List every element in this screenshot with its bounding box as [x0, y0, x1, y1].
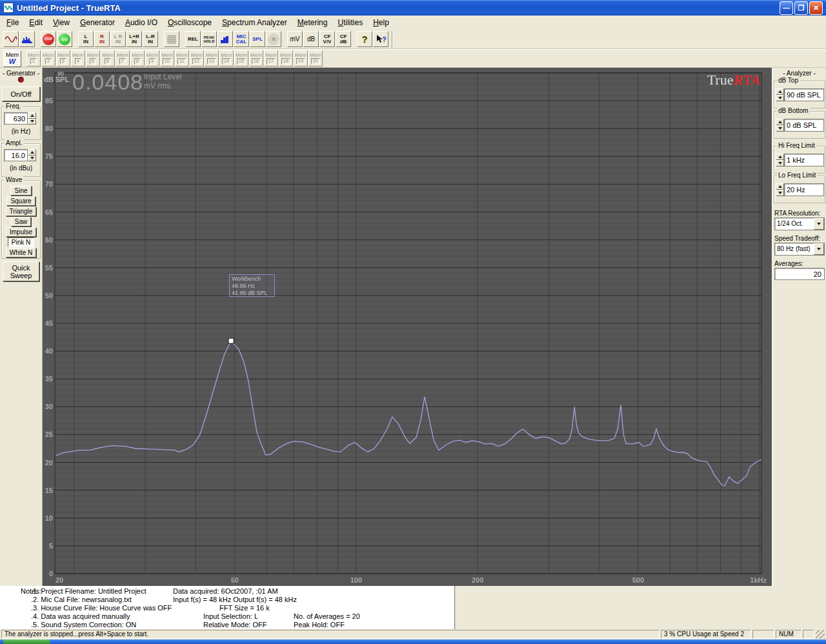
- help-button[interactable]: ?: [357, 31, 372, 47]
- menu-audio-i-o[interactable]: Audio I/O: [120, 16, 163, 29]
- svg-text:75: 75: [45, 152, 53, 160]
- maximize-button[interactable]: ❐: [794, 1, 808, 15]
- db-top-up-button[interactable]: [776, 88, 784, 95]
- rta-resolution-dropdown[interactable]: 1/24 Oct.: [774, 217, 825, 230]
- stop-button[interactable]: STOP: [41, 31, 56, 47]
- db-bottom-group: dB Bottom0 dB SPL: [774, 111, 825, 139]
- db-units-button[interactable]: dB: [303, 31, 319, 47]
- minimize-button[interactable]: —: [780, 1, 793, 15]
- memory-11-button: Mem11: [175, 50, 189, 66]
- help-icon: ?: [362, 34, 368, 45]
- lo-freq-limit-up-button[interactable]: [776, 183, 784, 190]
- frequency-group: Freq. 630 (in Hz): [1, 106, 41, 140]
- amplitude-down-button[interactable]: [28, 156, 36, 162]
- db-bottom-up-button[interactable]: [776, 119, 784, 125]
- spectrum-analyzer-view-button[interactable]: [19, 31, 35, 47]
- db-top-group: dB Top90 dB SPL: [774, 81, 825, 108]
- db-top-down-button[interactable]: [776, 95, 784, 101]
- num-lock-indicator: NUM: [776, 630, 801, 639]
- svg-text:80: 80: [45, 125, 53, 132]
- chevron-down-icon[interactable]: [814, 218, 824, 230]
- menu-utilities[interactable]: Utilities: [332, 16, 368, 29]
- wave-impulse-button[interactable]: Impulse: [6, 227, 36, 237]
- menu-file[interactable]: File: [1, 16, 24, 29]
- memory-6-button: Mem6: [101, 50, 115, 66]
- peak-hold-button[interactable]: PEAKHOLD: [201, 31, 217, 47]
- generator-panel-title: - Generator -: [0, 70, 42, 77]
- sum-input-button[interactable]: L+RIN: [126, 31, 142, 47]
- memory-17-button: Mem17: [264, 50, 278, 66]
- frequency-down-button[interactable]: [28, 119, 36, 125]
- cancel-icon: ✕: [268, 34, 279, 45]
- generator-onoff-button[interactable]: On/Off: [2, 86, 40, 101]
- stereo-input-button: L RIN: [110, 31, 126, 47]
- spl-button[interactable]: SPL: [250, 31, 265, 47]
- menu-help[interactable]: Help: [368, 16, 394, 29]
- menu-spectrum-analyzer[interactable]: Spectrum Analyzer: [217, 16, 292, 29]
- menu-metering[interactable]: Metering: [292, 16, 333, 29]
- menu-generator[interactable]: Generator: [75, 16, 120, 29]
- svg-text:50: 50: [231, 576, 239, 584]
- frequency-input[interactable]: 630: [4, 112, 28, 125]
- chart-region: 051015202530354045505560657075808590dB S…: [43, 68, 772, 586]
- frequency-up-button[interactable]: [28, 112, 36, 119]
- memory-working-button[interactable]: Mem W: [3, 50, 21, 67]
- truerta-logo: TrueRTA: [707, 72, 760, 88]
- window-title: Untitled Project - TrueRTA: [17, 3, 778, 13]
- bar-display-button[interactable]: [217, 31, 233, 47]
- diff-input-button[interactable]: L-RIN: [143, 31, 158, 47]
- crest-factor-vv-button[interactable]: CFV/V: [319, 31, 335, 47]
- millivolt-units-button[interactable]: mV: [287, 31, 303, 47]
- wave-sine-button[interactable]: Sine: [10, 186, 31, 196]
- status-spacer: [803, 630, 814, 639]
- speed-tradeoff-dropdown[interactable]: 80 Hz (fast): [774, 243, 825, 256]
- menu-edit[interactable]: Edit: [24, 16, 48, 29]
- relative-mode-button[interactable]: REL: [185, 31, 201, 47]
- db-bottom-input[interactable]: 0 dB SPL: [784, 119, 824, 132]
- start-button[interactable]: [3, 639, 50, 644]
- menu-oscilloscope[interactable]: Oscilloscope: [163, 16, 217, 29]
- wave-group: Wave SineSquareTriangleSawImpulsePink NW…: [1, 180, 41, 259]
- cpu-usage-indicator: 3 % CPU Usage at Speed 2: [661, 630, 751, 639]
- amplitude-up-button[interactable]: [28, 149, 36, 156]
- resize-grip[interactable]: [816, 630, 825, 639]
- go-button[interactable]: GO: [57, 31, 72, 47]
- quick-sweep-button[interactable]: Quick Sweep: [3, 261, 39, 281]
- amplitude-input[interactable]: 16.0: [4, 149, 28, 161]
- hi-freq-limit-up-button[interactable]: [776, 154, 784, 160]
- spectrum-chart[interactable]: 051015202530354045505560657075808590dB S…: [43, 68, 772, 586]
- lo-freq-limit-down-button[interactable]: [776, 190, 784, 196]
- chevron-down-icon[interactable]: [814, 243, 824, 255]
- db-bottom-down-button[interactable]: [776, 125, 784, 132]
- right-input-button[interactable]: RIN: [94, 31, 110, 47]
- svg-text:70: 70: [45, 180, 53, 188]
- db-top-input[interactable]: 90 dB SPL: [784, 88, 824, 101]
- mic-cal-button[interactable]: MICCAL: [234, 31, 249, 47]
- wave-triangle-button[interactable]: Triangle: [6, 206, 37, 216]
- analyzer-panel-title: - Analyzer -: [772, 70, 826, 77]
- lo-freq-limit-input[interactable]: 20 Hz: [784, 183, 824, 196]
- wave-saw-button[interactable]: Saw: [11, 217, 31, 226]
- close-button[interactable]: ✕: [809, 1, 823, 15]
- windows-taskbar[interactable]: [0, 639, 826, 644]
- notes-area[interactable]: Notes: .1. Project Filename: Untitled Pr…: [0, 586, 456, 629]
- svg-text:60: 60: [45, 236, 53, 244]
- menu-view[interactable]: View: [48, 16, 75, 29]
- notes-row: Notes: .1. Project Filename: Untitled Pr…: [0, 586, 826, 629]
- hi-freq-limit-down-button[interactable]: [776, 160, 784, 166]
- context-help-button[interactable]: ?: [373, 31, 388, 47]
- wave-white-n-button[interactable]: White N: [6, 248, 37, 257]
- svg-text:dB SPL: dB SPL: [44, 75, 69, 83]
- crest-factor-db-button[interactable]: CFdB: [336, 31, 351, 47]
- svg-text:500: 500: [632, 576, 644, 584]
- main-area: - Generator - On/Off Freq. 630 (in Hz) A…: [0, 68, 826, 586]
- hi-freq-limit-input[interactable]: 1 kHz: [784, 154, 824, 166]
- svg-text:20: 20: [45, 459, 53, 467]
- left-input-button[interactable]: LIN: [78, 31, 94, 47]
- averages-input[interactable]: 20: [774, 268, 825, 280]
- svg-text:?: ?: [382, 35, 387, 43]
- generator-status-led: [18, 77, 24, 83]
- sine-generator-button[interactable]: [3, 31, 19, 47]
- wave-pink-n-button[interactable]: Pink N: [8, 237, 34, 247]
- wave-square-button[interactable]: Square: [6, 196, 35, 206]
